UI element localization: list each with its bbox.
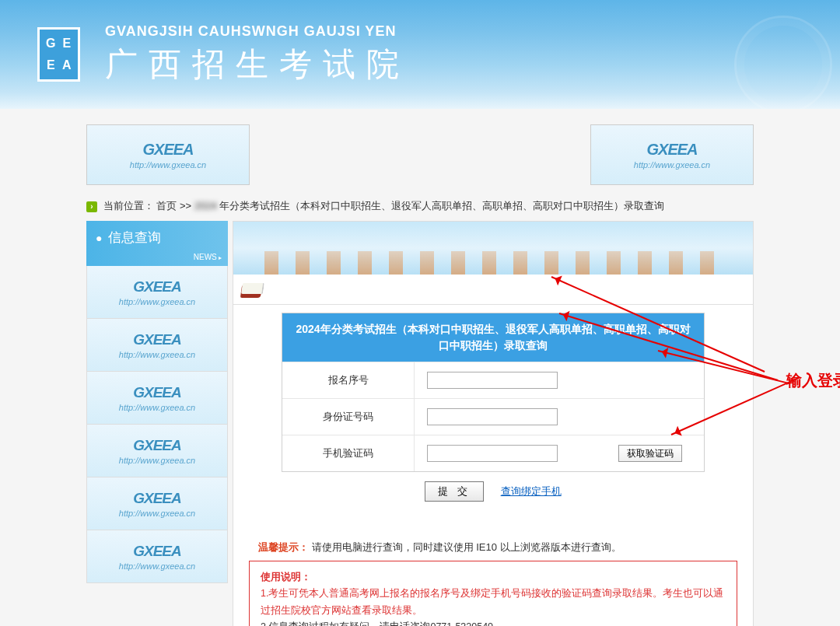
gxeea-url-text: http://www.gxeea.cn — [130, 160, 206, 170]
submit-button[interactable]: 提 交 — [425, 481, 484, 502]
form-row-regno: 报名序号 — [282, 362, 704, 398]
query-form: 2024年分类考试招生（本科对口中职招生、退役军人高职单招、高职单招、高职对口中… — [282, 313, 705, 472]
main-panel: 2024年分类考试招生（本科对口中职招生、退役军人高职单招、高职单招、高职对口中… — [233, 304, 753, 626]
get-code-button[interactable]: 获取验证码 — [618, 445, 682, 462]
gxeea-logo-text: GXEEA — [142, 141, 193, 159]
instruction-line-1: 1.考生可凭本人普通高考网上报名的报名序号及绑定手机号码接收的验证码查询录取结果… — [261, 586, 726, 619]
instructions-box: 使用说明： 1.考生可凭本人普通高考网上报名的报名序号及绑定手机号码接收的验证码… — [249, 561, 737, 626]
page-container: GXEEA http://www.gxeea.cn GXEEA http://w… — [86, 124, 754, 626]
sidebar-item-ad-4[interactable]: GXEEA http://www.gxeea.cn — [86, 425, 228, 477]
sidebar-item-ad-1[interactable]: GXEEA http://www.gxeea.cn — [86, 266, 228, 319]
gxeea-url-text: http://www.gxeea.cn — [634, 160, 710, 170]
sidebar-news-label[interactable]: NEWS — [194, 253, 222, 261]
header-title: 广西招生考试院 — [105, 43, 410, 86]
breadcrumb-home[interactable]: 首页 — [156, 200, 177, 212]
instruction-line-2: 2.信息查询过程如有疑问，请电话咨询0771-5320540。 — [261, 619, 726, 626]
header-banner: GE EA GVANGJSIH CAUHSWNGH GAUJSI YEN 广西招… — [0, 0, 840, 109]
form-row-code: 手机验证码 获取验证码 — [282, 435, 704, 471]
breadcrumb-year-blurred: 2024 — [194, 200, 217, 212]
divider — [233, 304, 753, 305]
content-decor-header — [233, 222, 753, 275]
label-code: 手机验证码 — [282, 435, 415, 471]
tip-text: 请使用电脑进行查询，同时建议使用 IE10 以上浏览器版本进行查询。 — [312, 541, 621, 553]
logo-geea: GE EA — [37, 27, 80, 82]
form-row-idno: 身份证号码 — [282, 398, 704, 435]
annotation-label: 输入登录 — [786, 370, 840, 391]
input-code[interactable] — [427, 445, 558, 462]
instructions-title: 使用说明： — [261, 569, 726, 586]
sidebar-item-ad-6[interactable]: GXEEA http://www.gxeea.cn — [86, 530, 228, 583]
gxeea-logo-text: GXEEA — [646, 141, 697, 159]
breadcrumb: › 当前位置： 首页 >> 2024 年分类考试招生（本科对口中职招生、退役军人… — [86, 196, 754, 216]
ad-banner-right[interactable]: GXEEA http://www.gxeea.cn — [590, 124, 754, 185]
link-bind-phone[interactable]: 查询绑定手机 — [501, 485, 562, 497]
main-area: ● 信息查询 NEWS GXEEA http://www.gxeea.cn GX… — [86, 221, 754, 626]
sidebar: ● 信息查询 NEWS GXEEA http://www.gxeea.cn GX… — [86, 221, 228, 626]
header-subtitle: GVANGJSIH CAUHSWNGH GAUJSI YEN — [105, 23, 396, 40]
submit-row: 提 交 查询绑定手机 — [233, 472, 753, 509]
main-content: 2024年分类考试招生（本科对口中职招生、退役军人高职单招、高职单招、高职对口中… — [233, 221, 754, 626]
warm-tip: 温馨提示： 请使用电脑进行查询，同时建议使用 IE10 以上浏览器版本进行查询。 — [258, 540, 728, 554]
breadcrumb-sep: >> — [180, 200, 191, 212]
book-icon — [238, 279, 261, 298]
sidebar-title-block: ● 信息查询 NEWS — [86, 221, 228, 266]
sidebar-item-ad-3[interactable]: GXEEA http://www.gxeea.cn — [86, 372, 228, 425]
label-idno: 身份证号码 — [282, 399, 415, 435]
ad-banner-row: GXEEA http://www.gxeea.cn GXEEA http://w… — [86, 124, 754, 185]
input-idno[interactable] — [427, 408, 558, 425]
label-regno: 报名序号 — [282, 362, 415, 398]
dot-icon: ● — [96, 232, 102, 244]
input-regno[interactable] — [427, 372, 558, 389]
breadcrumb-prefix: 当前位置： — [103, 200, 154, 212]
breadcrumb-icon: › — [86, 201, 97, 212]
sidebar-item-ad-2[interactable]: GXEEA http://www.gxeea.cn — [86, 319, 228, 372]
breadcrumb-current: 年分类考试招生（本科对口中职招生、退役军人高职单招、高职单招、高职对口中职招生）… — [219, 200, 664, 212]
ad-banner-left[interactable]: GXEEA http://www.gxeea.cn — [86, 124, 250, 185]
tip-label: 温馨提示： — [258, 541, 309, 553]
sidebar-item-ad-5[interactable]: GXEEA http://www.gxeea.cn — [86, 477, 228, 530]
sidebar-title: 信息查询 — [108, 230, 161, 245]
